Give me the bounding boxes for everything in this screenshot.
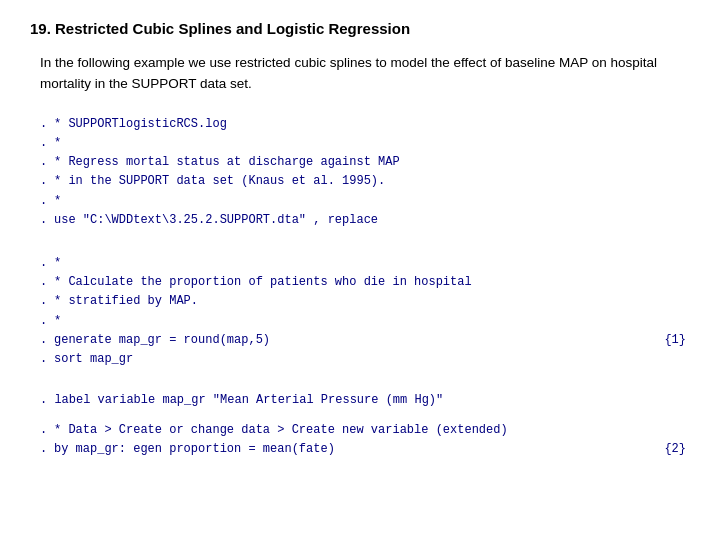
label-line: . label variable map_gr "Mean Arterial P… (40, 393, 690, 407)
code-line-6: . use "C:\WDDtext\3.25.2.SUPPORT.dta" , … (40, 211, 690, 230)
code-line-12: . sort map_gr (40, 350, 690, 369)
dot-14: . (40, 440, 54, 459)
code-line-14: . by map_gr: egen proportion = mean(fate… (40, 440, 690, 459)
label-text: label variable map_gr "Mean Arterial Pre… (54, 393, 443, 407)
code-text-14: by map_gr: egen proportion = mean(fate) (54, 440, 664, 459)
dot-3: . (40, 153, 54, 172)
code-section-1: . * SUPPORTlogisticRCS.log . * . * Regre… (40, 115, 690, 230)
dot-8: . (40, 273, 54, 292)
code-text-3: * Regress mortal status at discharge aga… (54, 153, 690, 172)
code-line-10: . * (40, 312, 690, 331)
dot-2: . (40, 134, 54, 153)
code-section-3: . * Data > Create or change data > Creat… (40, 421, 690, 459)
dot-10: . (40, 312, 54, 331)
dot-4: . (40, 172, 54, 191)
code-text-10: * (54, 312, 690, 331)
dot-11: . (40, 331, 54, 350)
code-text-12: sort map_gr (54, 350, 690, 369)
code-text-8: * Calculate the proportion of patients w… (54, 273, 690, 292)
code-text-9: * stratified by MAP. (54, 292, 690, 311)
dot-6: . (40, 211, 54, 230)
code-text-11: generate map_gr = round(map,5) (54, 331, 664, 350)
code-text-13: * Data > Create or change data > Create … (54, 421, 690, 440)
dot-5: . (40, 192, 54, 211)
code-line-11: . generate map_gr = round(map,5) {1} (40, 331, 690, 350)
code-line-2: . * (40, 134, 690, 153)
dot-12: . (40, 350, 54, 369)
dot-7: . (40, 254, 54, 273)
code-text-1: * SUPPORTlogisticRCS.log (54, 115, 690, 134)
code-line-1: . * SUPPORTlogisticRCS.log (40, 115, 690, 134)
code-line-3: . * Regress mortal status at discharge a… (40, 153, 690, 172)
dot-1: . (40, 115, 54, 134)
line-number-1: {1} (664, 331, 690, 350)
code-text-2: * (54, 134, 690, 153)
code-line-13: . * Data > Create or change data > Creat… (40, 421, 690, 440)
code-line-8: . * Calculate the proportion of patients… (40, 273, 690, 292)
code-text-5: * (54, 192, 690, 211)
page-title: 19. Restricted Cubic Splines and Logisti… (30, 20, 690, 37)
code-line-9: . * stratified by MAP. (40, 292, 690, 311)
code-text-6: use "C:\WDDtext\3.25.2.SUPPORT.dta" , re… (54, 211, 690, 230)
intro-paragraph: In the following example we use restrict… (40, 53, 690, 95)
line-number-2: {2} (664, 440, 690, 459)
code-line-5: . * (40, 192, 690, 211)
code-line-7: . * (40, 254, 690, 273)
code-section-2: . * . * Calculate the proportion of pati… (40, 254, 690, 369)
code-text-7: * (54, 254, 690, 273)
dot-9: . (40, 292, 54, 311)
label-dot: . (40, 393, 54, 407)
code-line-4: . * in the SUPPORT data set (Knaus et al… (40, 172, 690, 191)
dot-13: . (40, 421, 54, 440)
code-text-4: * in the SUPPORT data set (Knaus et al. … (54, 172, 690, 191)
